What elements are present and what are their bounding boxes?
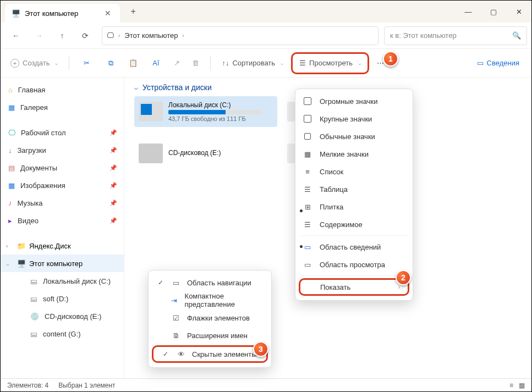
drive-e[interactable]: CD-дисковод (E:) [134,138,277,169]
tab-title: Этот компьютер [25,9,78,18]
tab-close-button[interactable]: ✕ [105,9,113,18]
back-button[interactable]: ← [5,26,27,46]
sidebar-item-label: content (G:) [43,330,81,338]
up-button[interactable]: ↑ [51,26,73,46]
drive-label: CD-дисковод (E:) [168,149,273,157]
breadcrumb[interactable]: 🖵 › Этот компьютер › [102,26,379,45]
check-icon: ✓ [161,350,170,358]
view-dropdown: Огромные значки Крупные значки Обычные з… [295,89,413,301]
forward-button[interactable]: → [28,26,50,46]
sidebar-item-desktop[interactable]: 🖵Рабочий стол📌 [1,124,124,141]
copy-button[interactable]: ⧉ [100,53,121,73]
drive-icon [139,102,163,122]
annotation-badge-2: 2 [396,270,411,285]
plus-icon: + [10,59,19,68]
pin-icon: 📌 [109,164,117,172]
sidebar-item-downloads[interactable]: ↓Загрузки📌 [1,141,124,159]
window-controls: — ▢ ✕ [456,1,531,23]
dd-item-list[interactable]: ≡Список [295,163,413,180]
desktop-icon: 🖵 [8,129,15,137]
sidebar-item-drive-e[interactable]: 💿CD-дисковод (E:) [1,307,124,325]
search-input[interactable]: к в: Этот компьютер 🔍 [384,26,527,45]
sidebar-item-yandex[interactable]: ›📁Яндекс.Диск [1,237,124,255]
paste-button[interactable]: 📋 [124,53,142,73]
list-icon: ≡ [303,168,312,176]
sidebar-item-gallery[interactable]: ▦Галерея [1,98,124,116]
drive-icon [287,102,295,122]
sidebar-item-music[interactable]: ♪Музыка📌 [1,194,124,212]
square-icon [303,97,312,105]
pin-icon: 📌 [109,200,117,207]
dd-item-sm-icons[interactable]: ▦Мелкие значки [295,145,413,163]
drive-c[interactable]: Локальный диск (C:) 43,7 ГБ свободно из … [134,96,277,127]
search-icon: 🔍 [512,31,521,40]
disc-drive-icon [139,143,163,163]
breadcrumb-segment[interactable]: Этот компьютер [124,31,178,40]
dd-item-details-pane[interactable]: ▭Область сведений [295,238,413,256]
sm-item-extensions[interactable]: 🗎Расширения имен [149,327,271,344]
cut-button[interactable]: ✂ [76,53,97,73]
create-label: Создать [23,59,50,67]
sidebar-item-drive-d[interactable]: 🖴soft (D:) [1,290,124,307]
create-button[interactable]: + Создать ⌵ [6,53,62,73]
bullet-marker [300,245,303,248]
dd-item-lg-icons[interactable]: Крупные значки [295,110,413,128]
show-submenu: ✓▭Область навигации ⇥Компактное представ… [148,270,272,368]
gallery-icon: ▦ [8,103,15,112]
dd-label: Показать [320,283,350,291]
sidebar-item-home[interactable]: ⌂Главная [1,81,124,98]
home-icon: ⌂ [8,86,13,94]
download-icon: ↓ [8,146,12,154]
sort-button[interactable]: ↑↓ Сортировать ⌵ [217,53,288,73]
sidebar-item-thispc[interactable]: ⌵🖥️Этот компьютер [1,255,124,272]
delete-button[interactable]: 🗑 [188,53,204,73]
disc-icon: 💿 [30,312,39,321]
dd-item-content[interactable]: ☰Содержимое [295,216,413,233]
drive-label: Локальный диск (C:) [168,101,273,109]
dd-item-md-icons[interactable]: Обычные значки [295,128,413,145]
refresh-button[interactable]: ⟳ [74,26,96,46]
tiles-view-icon[interactable]: ▦ [519,382,525,389]
sm-label: Расширения имен [187,332,248,340]
sidebar-item-drive-c[interactable]: 🖴Локальный диск (C:) [1,272,124,290]
sm-item-checkboxes[interactable]: ☑Флажки элементов [149,309,271,327]
pin-icon: 📌 [109,129,117,136]
details-view-icon[interactable]: ≡ [509,382,513,389]
dd-item-xl-icons[interactable]: Огромные значки [295,92,413,110]
status-count: Элементов: 4 [7,382,48,389]
sort-icon: ↑↓ [222,59,229,67]
sidebar: ⌂Главная ▦Галерея 🖵Рабочий стол📌 ↓Загруз… [1,78,124,378]
chevron-right-icon: › [6,243,14,249]
sidebar-item-drive-g[interactable]: 🖴content (G:) [1,325,124,343]
sm-item-hidden[interactable]: ✓👁Скрытые элементы [152,345,268,363]
view-button[interactable]: ☰ Просмотреть ⌵ [291,52,369,74]
sidebar-item-label: Загрузки [18,146,46,154]
sm-item-nav-pane[interactable]: ✓▭Область навигации [149,274,271,291]
sm-item-compact[interactable]: ⇥Компактное представление [149,291,271,309]
drive-icon: 🖴 [30,330,37,338]
sm-label: Область навигации [187,279,251,287]
sidebar-item-label: Главная [18,86,45,94]
dd-item-preview-pane[interactable]: ▭Область просмотра [295,256,413,273]
close-button[interactable]: ✕ [506,1,531,23]
details-pane-button[interactable]: ▭ Сведения [477,59,526,67]
sm-label: Скрытые элементы [192,350,257,358]
sidebar-item-documents[interactable]: ▤Документы📌 [1,159,124,176]
file-icon: 🗎 [172,332,180,340]
new-tab-button[interactable]: + [124,3,142,20]
dd-item-table[interactable]: ☰Таблица [295,180,413,198]
maximize-button[interactable]: ▢ [481,1,506,23]
minimize-button[interactable]: — [456,1,481,23]
dd-item-show[interactable]: Показать› [299,278,409,296]
rename-button[interactable]: Aĭ [145,53,166,73]
tab-active[interactable]: 🖥️ Этот компьютер ✕ [5,4,120,23]
sidebar-item-videos[interactable]: ▸Видео📌 [1,212,124,229]
chevron-down-icon: ⌵ [134,84,138,91]
dd-item-tiles[interactable]: ⊞Плитка [295,198,413,216]
sidebar-item-pictures[interactable]: ▦Изображения📌 [1,176,124,194]
share-button[interactable]: ↗ [169,53,184,73]
sm-label: Компактное представление [185,292,264,308]
details-icon: ▭ [477,59,484,67]
chevron-down-icon: ⌵ [358,60,361,66]
pin-icon: 📌 [109,182,117,189]
